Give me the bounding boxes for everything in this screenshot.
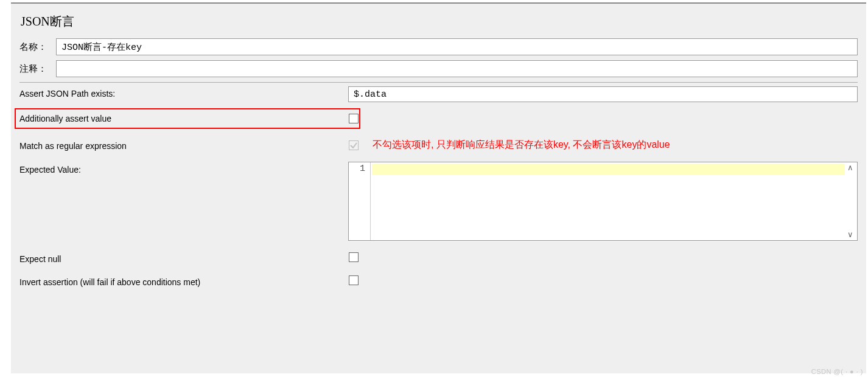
expect-null-row: Expect null xyxy=(19,252,858,266)
line-number: 1 xyxy=(349,164,365,174)
json-assertion-panel: JSON断言 名称： 注释： Assert JSON Path exists: … xyxy=(11,2,866,373)
comment-label: 注释： xyxy=(19,63,56,75)
json-path-label: Assert JSON Path exists: xyxy=(19,89,115,99)
invert-checkbox[interactable] xyxy=(349,275,359,285)
expect-null-checkbox[interactable] xyxy=(349,252,359,262)
comment-input[interactable] xyxy=(56,60,858,77)
name-input[interactable] xyxy=(56,38,858,55)
expected-value-editor[interactable]: 1 ∧ ∨ xyxy=(348,162,858,241)
comment-row: 注释： xyxy=(19,60,858,77)
scroll-up-icon[interactable]: ∧ xyxy=(846,164,855,172)
editor-body[interactable]: ∧ ∨ xyxy=(371,162,857,240)
watermark: CSDN @( · ● · ) xyxy=(811,368,863,375)
assert-value-row: Additionally assert value xyxy=(19,108,858,129)
name-label: 名称： xyxy=(19,41,56,53)
expect-null-label: Expect null xyxy=(19,254,61,264)
match-regex-label: Match as regular expression xyxy=(19,141,127,151)
check-icon xyxy=(349,141,358,150)
editor-current-line xyxy=(372,164,845,175)
invert-row: Invert assertion (will fail if above con… xyxy=(19,275,858,289)
expected-value-label: Expected Value: xyxy=(19,165,81,175)
expected-value-row: Expected Value: 1 ∧ ∨ xyxy=(19,162,858,241)
assert-value-checkbox[interactable] xyxy=(349,114,359,123)
invert-label: Invert assertion (will fail if above con… xyxy=(19,277,200,287)
json-path-input[interactable] xyxy=(348,86,858,102)
separator xyxy=(19,82,858,83)
scroll-down-icon[interactable]: ∨ xyxy=(846,230,855,239)
assert-value-highlight: Additionally assert value xyxy=(15,108,360,129)
panel-title: JSON断言 xyxy=(21,13,858,30)
annotation-text: 不勾选该项时, 只判断响应结果是否存在该key, 不会断言该key的value xyxy=(373,139,670,151)
editor-gutter: 1 xyxy=(349,162,371,240)
match-regex-row: Match as regular expression 不勾选该项时, 只判断响… xyxy=(19,139,858,153)
assert-value-label: Additionally assert value xyxy=(19,114,348,123)
json-path-row: Assert JSON Path exists: xyxy=(19,86,858,102)
match-regex-checkbox xyxy=(349,140,359,150)
name-row: 名称： xyxy=(19,38,858,55)
